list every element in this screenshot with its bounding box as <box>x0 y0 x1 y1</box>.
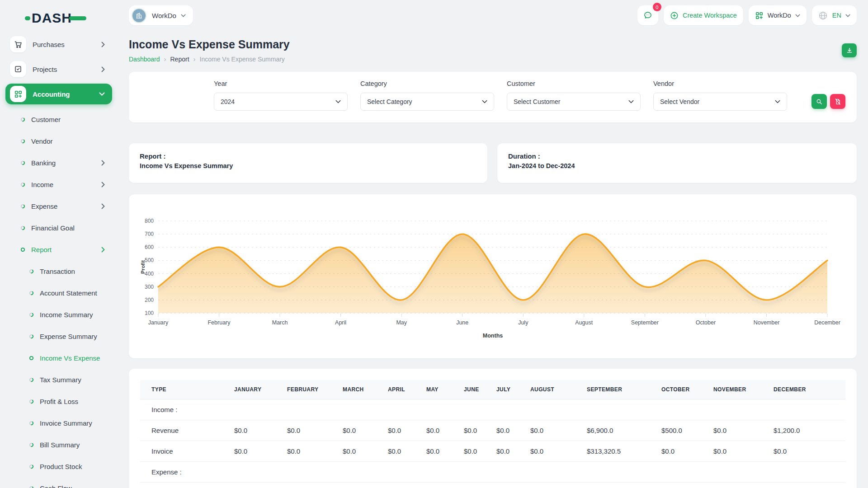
bullet-icon <box>29 291 34 296</box>
chevron-right-icon <box>101 42 105 47</box>
chevron-right-icon <box>101 203 105 209</box>
row-value-cell: $0.0 <box>527 441 583 462</box>
sidebar-item-label: Profit & Loss <box>40 398 78 405</box>
duration-summary-card: Duration : Jan-2024 to Dec-2024 <box>497 143 857 183</box>
row-value-cell: $0.0 <box>527 420 583 441</box>
sidebar-item-income-vs-expense[interactable]: Income Vs Expense <box>0 347 118 369</box>
year-select[interactable]: 2024 <box>214 93 348 111</box>
sidebar-item-profit-loss[interactable]: Profit & Loss <box>0 390 118 412</box>
x-axis-label: October <box>696 319 716 326</box>
table-column-header: MARCH <box>339 380 384 399</box>
chevron-down-icon <box>628 100 634 103</box>
chevron-down-icon <box>775 100 780 103</box>
breadcrumb-separator: › <box>164 55 166 63</box>
create-workspace-button[interactable]: Create Workspace <box>664 5 743 25</box>
sidebar-item-report[interactable]: Report <box>0 239 118 260</box>
sidebar-item-expense-summary[interactable]: Expense Summary <box>0 325 118 347</box>
customer-select[interactable]: Select Customer <box>507 93 641 111</box>
table-header-row: TYPEJANUARYFEBRUARYMARCHAPRILMAYJUNEJULY… <box>140 380 845 399</box>
page-title: Income Vs Expense Summary <box>129 38 290 51</box>
bullet-icon <box>29 442 34 447</box>
x-axis-label: April <box>335 319 346 326</box>
breadcrumb-report-link[interactable]: Report <box>170 56 189 63</box>
duration-card-title: Duration : <box>508 152 846 160</box>
sidebar-item-expense[interactable]: Expense <box>0 195 118 217</box>
y-axis-title: Profit <box>140 260 146 274</box>
x-axis-label: August <box>575 319 593 326</box>
sidebar-item-transaction[interactable]: Transaction <box>0 260 118 282</box>
bullet-icon <box>29 377 34 382</box>
vendor-select[interactable]: Select Vendor <box>653 93 787 111</box>
sidebar-item-income[interactable]: Income <box>0 174 118 195</box>
reset-filter-button[interactable] <box>830 94 845 109</box>
sidebar-item-customer[interactable]: Customer <box>0 108 118 130</box>
customer-select-value: Select Customer <box>514 98 560 105</box>
x-axis-label: September <box>631 319 659 326</box>
bullet-icon <box>29 399 34 404</box>
bullet-icon <box>20 160 25 165</box>
chat-icon <box>643 10 653 20</box>
category-label: Category <box>360 80 494 87</box>
sidebar-item-tax-summary[interactable]: Tax Summary <box>0 369 118 390</box>
table-column-header: TYPE <box>140 380 231 399</box>
sidebar-item-vendor[interactable]: Vendor <box>0 130 118 152</box>
sidebar-item-banking[interactable]: Banking <box>0 152 118 174</box>
chevron-right-icon <box>101 66 105 72</box>
sidebar-item-account-statement[interactable]: Account Statement <box>0 282 118 304</box>
y-axis-tick-label: 800 <box>145 218 154 224</box>
workspace-switcher[interactable]: WorkDo <box>129 5 193 25</box>
app-logo[interactable]: DASH <box>0 0 118 26</box>
row-group-label: Income : <box>140 399 845 420</box>
category-select[interactable]: Select Category <box>360 93 494 111</box>
download-icon <box>846 47 853 54</box>
bullet-icon <box>20 204 25 209</box>
category-select-value: Select Category <box>367 98 412 105</box>
row-value-cell: $0.0 <box>423 441 460 462</box>
year-select-value: 2024 <box>221 98 235 105</box>
sidebar-item-income-summary[interactable]: Income Summary <box>0 304 118 325</box>
breadcrumb-dashboard-link[interactable]: Dashboard <box>129 56 160 63</box>
plus-circle-icon <box>670 11 679 20</box>
apply-filter-button[interactable] <box>811 94 827 109</box>
workdo-menu-button[interactable]: WorkDo <box>749 5 807 25</box>
chevron-right-icon <box>101 247 105 253</box>
main-area: WorkDo 0 Create Workspace WorkDo EN <box>118 0 868 488</box>
year-label: Year <box>214 80 348 87</box>
row-value-cell: $0.0 <box>460 420 493 441</box>
row-value-cell: $0.0 <box>283 420 339 441</box>
grid-plus-icon <box>755 11 764 20</box>
table-column-header: AUGUST <box>527 380 583 399</box>
download-report-button[interactable] <box>842 43 857 57</box>
table-column-header: NOVEMBER <box>710 380 770 399</box>
sidebar-item-accounting[interactable]: Accounting <box>5 84 112 104</box>
logo-text: DASH <box>32 11 72 25</box>
sidebar-item-label: Projects <box>33 66 57 73</box>
messages-button[interactable]: 0 <box>637 5 658 25</box>
breadcrumb-current: Income Vs Expense Summary <box>200 56 285 63</box>
sidebar-item-label: Income <box>31 181 53 188</box>
sidebar-item-financial-goal[interactable]: Financial Goal <box>0 217 118 239</box>
sidebar-item-bill-summary[interactable]: Bill Summary <box>0 434 118 455</box>
y-axis-tick-label: 200 <box>145 297 154 303</box>
sidebar-item-invoice-summary[interactable]: Invoice Summary <box>0 412 118 434</box>
bullet-icon <box>29 334 34 339</box>
workdo-menu-label: WorkDo <box>768 12 791 19</box>
sidebar-item-projects[interactable]: Projects <box>5 59 112 80</box>
x-axis-label: July <box>518 319 528 326</box>
income-expense-table-card: TYPEJANUARYFEBRUARYMARCHAPRILMAYJUNEJULY… <box>129 369 857 488</box>
row-value-cell: $0.0 <box>384 441 423 462</box>
sidebar-item-label: Financial Goal <box>31 224 75 232</box>
table-column-header: JUNE <box>460 380 493 399</box>
language-selector[interactable]: EN <box>812 5 857 25</box>
profit-chart-card: 800700600500400300200100JanuaryFebruaryM… <box>129 194 857 358</box>
sidebar-item-product-stock[interactable]: Product Stock <box>0 455 118 477</box>
sidebar-item-label: Customer <box>31 116 61 123</box>
row-value-cell: $0.0 <box>493 441 527 462</box>
bullet-icon <box>20 225 25 230</box>
table-body: Income :Revenue$0.0$0.0$0.0$0.0$0.0$0.0$… <box>140 399 845 483</box>
clear-filter-icon <box>834 98 841 105</box>
y-axis-tick-label: 300 <box>145 284 154 290</box>
sidebar-item-cash-flow[interactable]: Cash Flow <box>0 477 118 488</box>
chevron-down-icon <box>795 14 800 17</box>
sidebar-item-purchases[interactable]: Purchases <box>5 34 112 55</box>
